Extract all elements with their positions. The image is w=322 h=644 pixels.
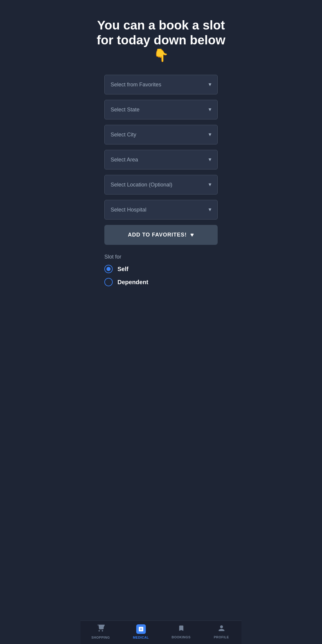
dependent-radio-item[interactable]: Dependent [104, 278, 218, 286]
medical-nav-label: MEDICAL [133, 636, 149, 639]
page-container: You can a book a slot for today down bel… [80, 0, 242, 310]
favorites-select[interactable]: Select from Favorites [104, 75, 218, 94]
profile-icon [218, 625, 225, 634]
state-select[interactable]: Select State [104, 100, 218, 119]
form-section: Select from Favorites ▼ Select State ▼ S… [80, 75, 242, 245]
location-dropdown-container: Select Location (Optional) ▼ [104, 175, 218, 195]
shopping-icon [97, 624, 105, 634]
area-dropdown-wrapper: Select Area ▼ [104, 150, 218, 169]
bottom-navigation: SHOPPING MEDICAL BOOKINGS PROFILE [80, 620, 242, 644]
area-dropdown-container: Select Area ▼ [104, 150, 218, 169]
area-select[interactable]: Select Area [104, 150, 218, 169]
medical-icon [136, 624, 146, 634]
hospital-dropdown-wrapper: Select Hospital ▼ [104, 200, 218, 220]
location-select[interactable]: Select Location (Optional) [104, 175, 218, 195]
nav-item-shopping[interactable]: SHOPPING [80, 624, 121, 639]
nav-item-profile[interactable]: PROFILE [201, 625, 242, 639]
city-select[interactable]: Select City [104, 125, 218, 144]
shopping-nav-label: SHOPPING [91, 636, 110, 639]
dependent-radio-input[interactable] [104, 278, 113, 286]
hospital-select[interactable]: Select Hospital [104, 200, 218, 220]
header-text: You can a book a slot for today down bel… [97, 18, 225, 47]
city-dropdown-wrapper: Select City ▼ [104, 125, 218, 144]
bookings-nav-label: BOOKINGS [172, 635, 191, 639]
hospital-dropdown-container: Select Hospital ▼ [104, 200, 218, 220]
dependent-radio-label: Dependent [117, 279, 148, 286]
add-favorites-button[interactable]: ADD TO FAVORITES! ♥ [104, 225, 218, 245]
radio-group: Self Dependent [104, 265, 218, 286]
nav-item-medical[interactable]: MEDICAL [121, 624, 161, 639]
profile-nav-label: PROFILE [214, 635, 229, 639]
self-radio-label: Self [117, 266, 129, 273]
header-section: You can a book a slot for today down bel… [80, 0, 242, 75]
favorites-dropdown-container: Select from Favorites ▼ [104, 75, 218, 94]
header-emoji: 👇 [153, 48, 169, 62]
state-dropdown-container: Select State ▼ [104, 100, 218, 119]
add-favorites-label: ADD TO FAVORITES! [128, 232, 187, 238]
city-dropdown-container: Select City ▼ [104, 125, 218, 144]
bookings-icon [178, 625, 185, 634]
page-title: You can a book a slot for today down bel… [89, 18, 233, 63]
slot-section: Slot for Self Dependent [80, 254, 242, 286]
slot-label: Slot for [104, 254, 218, 260]
location-dropdown-wrapper: Select Location (Optional) ▼ [104, 175, 218, 195]
heart-icon: ♥ [190, 231, 194, 238]
nav-item-bookings[interactable]: BOOKINGS [161, 625, 201, 639]
self-radio-input[interactable] [104, 265, 113, 273]
state-dropdown-wrapper: Select State ▼ [104, 100, 218, 119]
self-radio-item[interactable]: Self [104, 265, 218, 273]
favorites-dropdown-wrapper: Select from Favorites ▼ [104, 75, 218, 94]
